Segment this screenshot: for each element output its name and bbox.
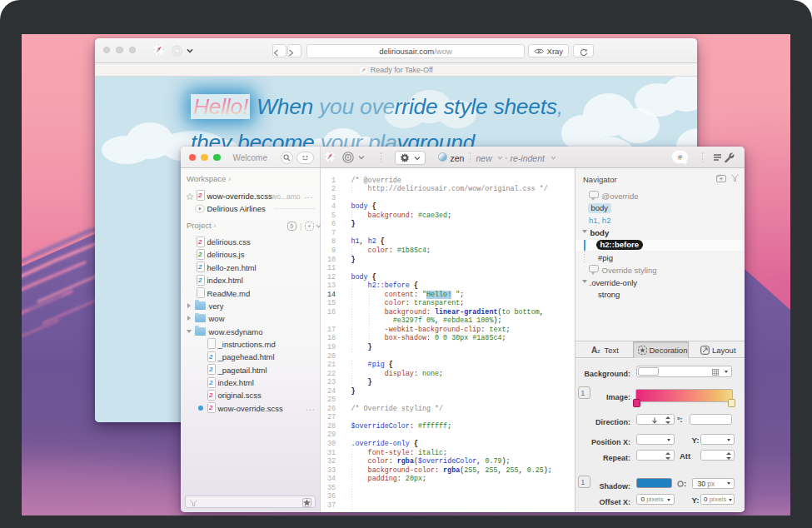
svg-text:z: z: [597, 347, 600, 354]
